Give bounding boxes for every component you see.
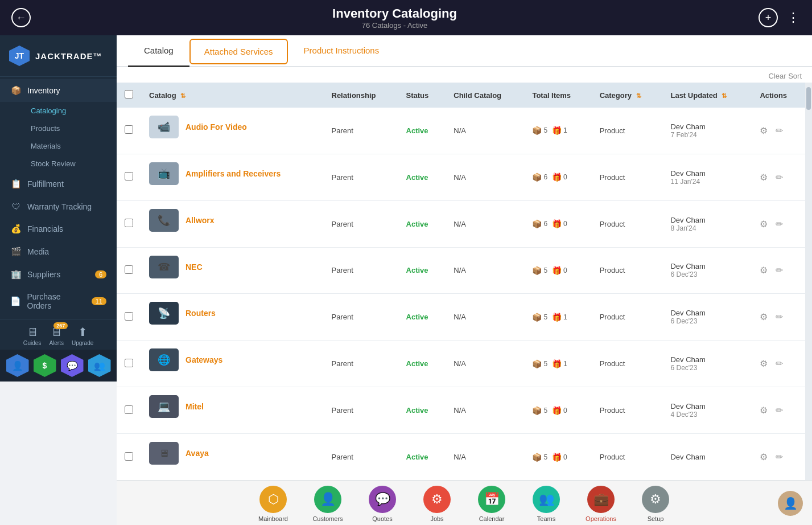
- status-badge: Active: [406, 266, 428, 274]
- back-button[interactable]: ←: [11, 8, 31, 27]
- filter-action-icon[interactable]: ⚙: [760, 172, 768, 183]
- catalog-name[interactable]: Avaya: [186, 449, 209, 458]
- sidebar: JT JACKTRADE™ 📦 Inventory Cataloging Pro…: [0, 35, 117, 525]
- row-checkbox[interactable]: [125, 125, 133, 134]
- clear-sort-button[interactable]: Clear Sort: [768, 72, 802, 80]
- nav-item-teams[interactable]: 👥 Teams: [528, 486, 564, 522]
- sidebar-nav: JT JACKTRADE™ 📦 Inventory Cataloging Pro…: [0, 35, 117, 319]
- sidebar-sub-inventory: Cataloging Products Materials Stock Revi…: [0, 102, 117, 173]
- filter-action-icon[interactable]: ⚙: [760, 358, 768, 369]
- edit-action-icon[interactable]: ✏: [776, 405, 783, 416]
- row-checkbox[interactable]: [125, 219, 133, 227]
- more-options-button[interactable]: ⋮: [787, 10, 801, 25]
- items-cell: 📦 5 🎁 1: [532, 359, 583, 368]
- select-all-checkbox[interactable]: [125, 90, 133, 99]
- box-icon: 📦: [532, 266, 542, 275]
- catalog-name[interactable]: Gateways: [186, 355, 222, 364]
- row-checkbox[interactable]: [125, 172, 133, 181]
- box-icon: 📦: [532, 453, 542, 462]
- hex-chat-icon: 💬: [67, 360, 78, 371]
- hex-people-button[interactable]: 👥: [88, 354, 111, 377]
- edit-action-icon[interactable]: ✏: [776, 452, 783, 462]
- alerts-button[interactable]: 🖥 267 Alerts: [49, 326, 64, 346]
- row-checkbox[interactable]: [125, 265, 133, 274]
- th-category[interactable]: Category ⇅: [592, 83, 663, 108]
- suppliers-badge: 6: [95, 270, 106, 278]
- filter-action-icon[interactable]: ⚙: [760, 125, 768, 136]
- hex-dollar-button[interactable]: $: [34, 354, 56, 377]
- catalog-name[interactable]: NEC: [186, 262, 203, 272]
- row-checkbox[interactable]: [125, 405, 133, 414]
- hex-person-button[interactable]: 👤: [6, 354, 29, 377]
- row-checkbox[interactable]: [125, 312, 133, 321]
- catalog-name[interactable]: Audio For Video: [186, 122, 247, 132]
- row-checkbox[interactable]: [125, 359, 133, 367]
- status-badge: Active: [406, 173, 428, 182]
- clear-sort-row: Clear Sort: [117, 67, 812, 83]
- nav-item-jobs[interactable]: ⚙ Jobs: [419, 486, 455, 522]
- profile-avatar[interactable]: 👤: [778, 491, 803, 516]
- sidebar-item-financials[interactable]: 💰 Financials: [0, 218, 117, 240]
- catalog-name[interactable]: Mitel: [186, 402, 204, 411]
- nav-item-setup[interactable]: ⚙ Setup: [637, 486, 674, 522]
- hex-chat-button[interactable]: 💬: [61, 354, 84, 377]
- edit-action-icon[interactable]: ✏: [776, 311, 783, 322]
- box-icon: 📦: [532, 126, 542, 135]
- guides-button[interactable]: 🖥 Guides: [23, 326, 42, 346]
- edit-action-icon[interactable]: ✏: [776, 358, 783, 369]
- nav-item-customers[interactable]: 👤 Customers: [310, 486, 346, 522]
- sidebar-item-warranty-tracking[interactable]: 🛡 Warranty Tracking: [0, 195, 117, 218]
- row-total-items-cell: 📦 5 🎁 0: [524, 434, 591, 481]
- sidebar-section-main: 📦 Inventory Cataloging Products Material…: [0, 77, 117, 319]
- item-box-count: 📦 5: [532, 266, 547, 275]
- upgrade-label: Upgrade: [72, 340, 93, 346]
- filter-action-icon[interactable]: ⚙: [760, 311, 768, 322]
- upgrade-button[interactable]: ⬆ Upgrade: [72, 325, 93, 346]
- row-last-updated-cell: Dev Cham 11 Jan'24: [662, 154, 752, 200]
- status-badge: Active: [406, 313, 428, 321]
- edit-action-icon[interactable]: ✏: [776, 125, 783, 136]
- th-catalog[interactable]: Catalog ⇅: [141, 83, 324, 108]
- th-checkbox: [117, 83, 141, 108]
- sidebar-item-purchase-orders[interactable]: 📄 Purchase Orders 11: [0, 286, 117, 317]
- row-category-cell: Product: [592, 294, 663, 341]
- tab-product-instructions[interactable]: Product Instructions: [288, 35, 395, 67]
- box-icon: 📦: [532, 406, 542, 415]
- edit-action-icon[interactable]: ✏: [776, 219, 783, 229]
- nav-item-mainboard[interactable]: ⬡ Mainboard: [255, 486, 291, 522]
- nav-label-teams: Teams: [537, 515, 555, 522]
- sidebar-item-cataloging[interactable]: Cataloging: [24, 102, 117, 120]
- box-count: 6: [543, 173, 547, 181]
- add-button[interactable]: +: [759, 8, 778, 27]
- th-last-updated[interactable]: Last Updated ⇅: [662, 83, 752, 108]
- catalog-name[interactable]: Allworx: [186, 216, 215, 225]
- sidebar-item-media[interactable]: 🎬 Media: [0, 240, 117, 263]
- scrollbar-track[interactable]: [805, 83, 812, 481]
- filter-action-icon[interactable]: ⚙: [760, 219, 768, 229]
- filter-action-icon[interactable]: ⚙: [760, 405, 768, 416]
- tab-attached-services[interactable]: Attached Services: [189, 39, 288, 64]
- edit-action-icon[interactable]: ✏: [776, 172, 783, 183]
- nav-item-quotes[interactable]: 💬 Quotes: [364, 486, 401, 522]
- status-badge: Active: [406, 126, 428, 135]
- sidebar-item-fulfillment[interactable]: 📋 Fulfillment: [0, 173, 117, 195]
- nav-item-operations[interactable]: 💼 Operations: [583, 486, 619, 522]
- sidebar-item-materials[interactable]: Materials: [24, 137, 117, 155]
- row-last-updated-cell: Dev Cham: [662, 434, 752, 481]
- sidebar-item-products[interactable]: Products: [24, 120, 117, 137]
- sidebar-item-suppliers[interactable]: 🏢 Suppliers 6: [0, 263, 117, 286]
- box-count: 5: [543, 266, 547, 274]
- filter-action-icon[interactable]: ⚙: [760, 265, 768, 276]
- sidebar-item-inventory[interactable]: 📦 Inventory: [0, 79, 117, 102]
- edit-action-icon[interactable]: ✏: [776, 265, 783, 276]
- sidebar-item-stock-review[interactable]: Stock Review: [24, 155, 117, 173]
- catalog-name[interactable]: Amplifiers and Receivers: [186, 169, 281, 178]
- gift-icon: 🎁: [552, 406, 562, 415]
- filter-action-icon[interactable]: ⚙: [760, 452, 768, 462]
- catalog-name[interactable]: Routers: [186, 309, 216, 318]
- row-checkbox[interactable]: [125, 452, 133, 461]
- nav-icon-mainboard: ⬡: [259, 486, 287, 513]
- nav-item-calendar[interactable]: 📅 Calendar: [473, 486, 510, 522]
- tab-catalog[interactable]: Catalog: [128, 35, 189, 67]
- table-wrapper[interactable]: Catalog ⇅ Relationship Status Child Cata…: [117, 83, 812, 481]
